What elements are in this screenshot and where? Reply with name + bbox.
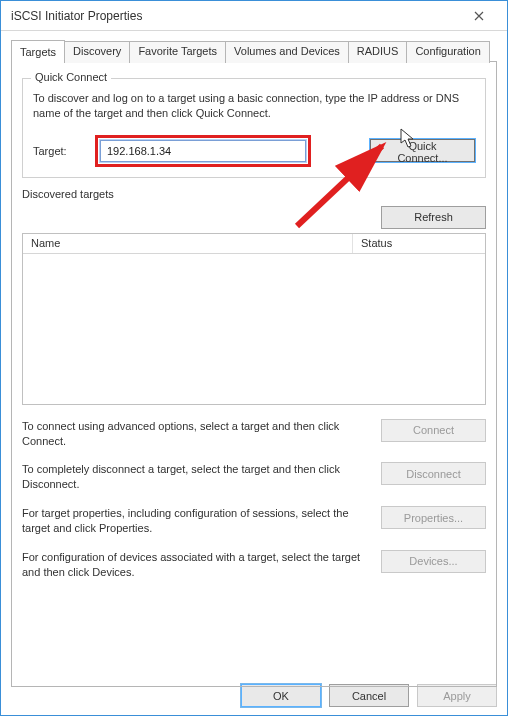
opt-connect-text: To connect using advanced options, selec… (22, 419, 361, 449)
target-row: Target: Quick Connect... (33, 135, 475, 167)
cancel-button[interactable]: Cancel (329, 684, 409, 707)
opt-devices-text: For configuration of devices associated … (22, 550, 361, 580)
close-icon (474, 11, 484, 21)
discovered-targets-list[interactable]: Name Status (22, 233, 486, 405)
properties-button[interactable]: Properties... (381, 506, 486, 529)
quick-connect-button[interactable]: Quick Connect... (370, 139, 475, 162)
tab-volumes-devices[interactable]: Volumes and Devices (225, 41, 349, 63)
target-input[interactable] (100, 140, 306, 162)
opt-disconnect-row: To completely disconnect a target, selec… (22, 462, 486, 492)
connect-button[interactable]: Connect (381, 419, 486, 442)
close-button[interactable] (459, 2, 499, 30)
tab-discovery[interactable]: Discovery (64, 41, 130, 63)
opt-properties-row: For target properties, including configu… (22, 506, 486, 536)
devices-button[interactable]: Devices... (381, 550, 486, 573)
list-header: Name Status (23, 234, 485, 254)
tabpage-targets: Quick Connect To discover and log on to … (11, 61, 497, 687)
tab-configuration[interactable]: Configuration (406, 41, 489, 63)
col-name[interactable]: Name (23, 234, 353, 253)
opt-devices-row: For configuration of devices associated … (22, 550, 486, 580)
tab-targets[interactable]: Targets (11, 40, 65, 62)
content-area: Targets Discovery Favorite Targets Volum… (1, 31, 507, 687)
window-title: iSCSI Initiator Properties (11, 9, 459, 23)
opt-disconnect-text: To completely disconnect a target, selec… (22, 462, 361, 492)
ok-button[interactable]: OK (241, 684, 321, 707)
discovered-targets-label: Discovered targets (22, 188, 486, 200)
col-status[interactable]: Status (353, 234, 485, 253)
refresh-button[interactable]: Refresh (381, 206, 486, 229)
opt-properties-text: For target properties, including configu… (22, 506, 361, 536)
tab-favorite-targets[interactable]: Favorite Targets (129, 41, 226, 63)
target-input-highlight (95, 135, 311, 167)
disconnect-button[interactable]: Disconnect (381, 462, 486, 485)
dialog-footer: OK Cancel Apply (241, 684, 497, 707)
tab-radius[interactable]: RADIUS (348, 41, 408, 63)
quick-connect-description: To discover and log on to a target using… (33, 91, 475, 121)
titlebar: iSCSI Initiator Properties (1, 1, 507, 31)
tabstrip: Targets Discovery Favorite Targets Volum… (11, 39, 497, 61)
target-label: Target: (33, 145, 85, 157)
quick-connect-group: Quick Connect To discover and log on to … (22, 78, 486, 178)
opt-connect-row: To connect using advanced options, selec… (22, 419, 486, 449)
apply-button[interactable]: Apply (417, 684, 497, 707)
quick-connect-title: Quick Connect (31, 71, 111, 83)
